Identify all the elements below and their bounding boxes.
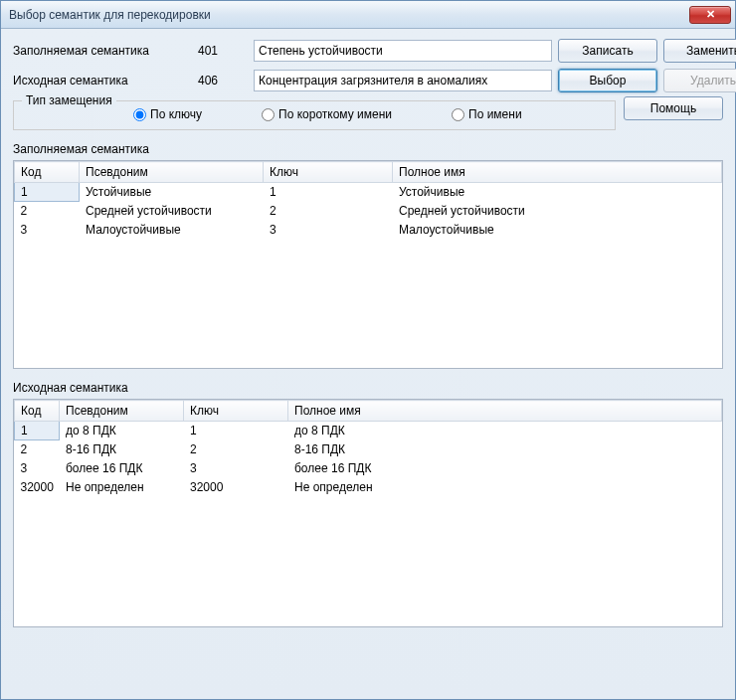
radio-by-short[interactable]: По короткому имени — [262, 107, 392, 121]
save-button[interactable]: Записать — [558, 39, 657, 63]
col-fullname[interactable]: Полное имя — [288, 401, 722, 422]
fill-table-container: Код Псевдоним Ключ Полное имя 1 Устойчив… — [13, 160, 723, 369]
radio-by-key-input[interactable] — [133, 108, 146, 121]
delete-button: Удалить — [663, 69, 736, 92]
help-button[interactable]: Помощь — [624, 96, 723, 120]
close-button[interactable]: ✕ — [689, 6, 731, 24]
col-alias[interactable]: Псевдоним — [80, 162, 264, 183]
dialog-window: Выбор семантик для перекодировки ✕ Запол… — [0, 0, 736, 700]
dialog-body: Заполняемая семантика 401 Записать Замен… — [1, 29, 735, 699]
src-semantics-input[interactable] — [254, 70, 552, 91]
src-semantics-label: Исходная семантика — [13, 74, 192, 88]
col-code[interactable]: Код — [15, 162, 80, 183]
titlebar: Выбор семантик для перекодировки ✕ — [1, 1, 735, 29]
src-table-container: Код Псевдоним Ключ Полное имя 1 до 8 ПДК… — [13, 399, 723, 627]
window-title: Выбор семантик для перекодировки — [9, 8, 689, 22]
src-table[interactable]: Код Псевдоним Ключ Полное имя 1 до 8 ПДК… — [14, 400, 722, 497]
table-row[interactable]: 32000 Не определен 32000 Не определен — [15, 478, 722, 497]
substitution-type-legend: Тип замещения — [22, 93, 116, 107]
table-row[interactable]: 2 8-16 ПДК 2 8-16 ПДК — [15, 440, 722, 459]
radio-by-name-label: По имени — [468, 107, 522, 121]
radio-by-key[interactable]: По ключу — [133, 107, 202, 121]
table-row[interactable]: 1 Устойчивые 1 Устойчивые — [15, 183, 722, 202]
choose-button[interactable]: Выбор — [558, 69, 657, 92]
col-key[interactable]: Ключ — [264, 162, 393, 183]
table-row[interactable]: 2 Средней устойчивости 2 Средней устойчи… — [15, 202, 722, 221]
replace-button[interactable]: Заменить — [663, 39, 736, 63]
radio-by-name-input[interactable] — [452, 108, 464, 121]
col-alias[interactable]: Псевдоним — [60, 401, 184, 422]
radio-by-short-label: По короткому имени — [278, 107, 392, 121]
substitution-type-fieldset: Тип замещения По ключу По короткому имен… — [13, 100, 616, 130]
fill-section-label: Заполняемая семантика — [13, 142, 723, 156]
fill-semantics-code: 401 — [198, 44, 248, 58]
fill-semantics-input[interactable] — [254, 40, 552, 62]
col-fullname[interactable]: Полное имя — [393, 162, 722, 183]
src-section-label: Исходная семантика — [13, 381, 723, 395]
radio-by-name[interactable]: По имени — [452, 107, 522, 121]
col-code[interactable]: Код — [15, 401, 60, 422]
radio-by-key-label: По ключу — [150, 107, 202, 121]
table-row[interactable]: 3 Малоустойчивые 3 Малоустойчивые — [15, 221, 722, 240]
fill-semantics-label: Заполняемая семантика — [13, 44, 192, 58]
table-row[interactable]: 3 более 16 ПДК 3 более 16 ПДК — [15, 459, 722, 478]
table-row[interactable]: 1 до 8 ПДК 1 до 8 ПДК — [15, 422, 722, 440]
src-semantics-code: 406 — [198, 74, 248, 88]
top-form: Заполняемая семантика 401 Записать Замен… — [13, 39, 723, 92]
fill-table[interactable]: Код Псевдоним Ключ Полное имя 1 Устойчив… — [14, 161, 722, 240]
radio-by-short-input[interactable] — [262, 108, 275, 121]
col-key[interactable]: Ключ — [184, 401, 288, 422]
